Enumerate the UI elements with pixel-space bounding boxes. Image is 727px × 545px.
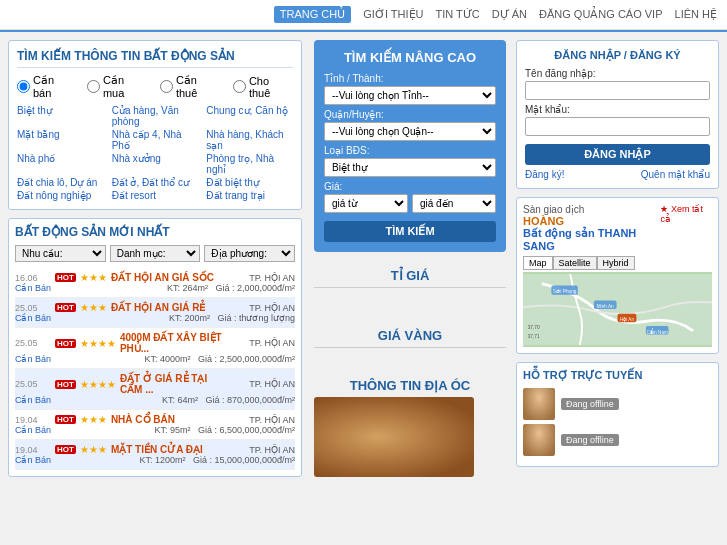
password-label: Mật khẩu: bbox=[525, 104, 710, 115]
username-label: Tên đăng nhập: bbox=[525, 68, 710, 79]
search-links: Biệt thự Cửa hàng, Văn phòng Chung cư, C… bbox=[17, 105, 293, 201]
radio-can-ban[interactable]: Cần bán bbox=[17, 74, 75, 99]
httt-title: HỖ TRỢ TRỰC TUYẾN bbox=[523, 369, 712, 382]
agent-row-2: Đang offline bbox=[523, 424, 712, 456]
table-row: 19.04 HOT ★★★ NHÀ CỔ BÁN TP. HỘI AN Cần … bbox=[15, 410, 295, 440]
login-title: ĐĂNG NHẬP / ĐĂNG KÝ bbox=[525, 49, 710, 62]
filter-dia-phuong[interactable]: Địa phương: bbox=[204, 245, 295, 262]
search-link-biet-thu[interactable]: Biệt thự bbox=[17, 105, 104, 127]
loai-select[interactable]: Biệt thự bbox=[324, 158, 496, 177]
price-row: giá từ giá đến bbox=[324, 194, 496, 213]
radio-can-mua[interactable]: Cần mua bbox=[87, 74, 148, 99]
svg-text:Hội An: Hội An bbox=[620, 317, 635, 322]
bds-title: BẤT ĐỘNG SẢN MỚI NHẤT bbox=[15, 225, 295, 239]
search-link-chung-cu[interactable]: Chung cư, Căn hộ bbox=[206, 105, 293, 127]
ho-tro-truc-tuyen-box: HỖ TRỢ TRỰC TUYẾN Đang offline Đang offl… bbox=[516, 362, 719, 467]
table-row: 25.05 HOT ★★★ ĐẤT HỘI AN GIÁ RẺ TP. HỘI … bbox=[15, 298, 295, 328]
search-link-dat-biet-thu[interactable]: Đất biệt thự bbox=[206, 177, 293, 188]
advanced-search-box: TÌM KIẾM NÂNG CAO Tỉnh / Thành: --Vui lò… bbox=[314, 40, 506, 252]
sgd-header: Sàn giao dịch HOÀNG Bất động sản THANH S… bbox=[523, 204, 712, 252]
search-link-nha-hang[interactable]: Nhà hàng, Khách sạn bbox=[206, 129, 293, 151]
gia-vang-divider bbox=[314, 347, 506, 348]
sgd-xem-tat-ca[interactable]: ★ Xem tất cả bbox=[660, 204, 712, 224]
thong-tin-title: THÔNG TIN ĐỊA ÓC bbox=[314, 378, 506, 393]
agent-avatar-inner-2 bbox=[523, 424, 555, 456]
filter-danh-muc[interactable]: Danh mục: bbox=[110, 245, 201, 262]
login-button[interactable]: ĐĂNG NHẬP bbox=[525, 144, 710, 165]
top-navigation: TRANG CHỦ GIỚI THIỆU TIN TỨC DỰ ÁN ĐĂNG … bbox=[0, 0, 727, 30]
sgd-thanh-sang: Bất động sản THANH SANG bbox=[523, 227, 636, 252]
adv-search-title: TÌM KIẾM NÂNG CAO bbox=[324, 50, 496, 65]
sgd-hoang: HOÀNG bbox=[523, 215, 564, 227]
username-input[interactable] bbox=[525, 81, 710, 100]
ti-gia-divider bbox=[314, 287, 506, 288]
search-link-dat-tho-cu[interactable]: Đất ở, Đất thổ cư bbox=[112, 177, 199, 188]
search-box: TÌM KIẾM THÔNG TIN BẤT ĐỘNG SẢN Cần bán … bbox=[8, 40, 302, 210]
login-links: Đăng ký! Quên mật khẩu bbox=[525, 169, 710, 180]
svg-text:Sơn Phong: Sơn Phong bbox=[553, 289, 577, 294]
loai-label: Loại BĐS: bbox=[324, 145, 496, 156]
sgd-brand: HOÀNG Bất động sản THANH SANG bbox=[523, 215, 660, 252]
agent-status-2: Đang offline bbox=[561, 434, 619, 446]
san-giao-dich-box: Sàn giao dịch HOÀNG Bất động sản THANH S… bbox=[516, 197, 719, 354]
nav-tin-tuc[interactable]: TIN TỨC bbox=[435, 8, 479, 21]
left-column: TÌM KIẾM THÔNG TIN BẤT ĐỘNG SẢN Cần bán … bbox=[0, 32, 310, 491]
tinh-select[interactable]: --Vui lòng chọn Tỉnh-- bbox=[324, 86, 496, 105]
nav-gioi-thieu[interactable]: GIỚI THIỆU bbox=[363, 8, 423, 21]
search-link-mat-bang[interactable]: Mặt bằng bbox=[17, 129, 104, 151]
nav-du-an[interactable]: DỰ ÁN bbox=[492, 8, 527, 21]
quan-select[interactable]: --Vui lòng chọn Quận-- bbox=[324, 122, 496, 141]
bds-section: BẤT ĐỘNG SẢN MỚI NHẤT Nhu cầu: Danh mục:… bbox=[8, 218, 302, 477]
svg-text:37,71: 37,71 bbox=[528, 334, 540, 339]
nav-quang-cao[interactable]: ĐĂNG QUẢNG CÁO VIP bbox=[539, 8, 663, 21]
nav-trang-chu[interactable]: TRANG CHỦ bbox=[274, 6, 351, 23]
nav-lien-he[interactable]: LIÊN HỆ bbox=[675, 8, 717, 21]
radio-can-thue[interactable]: Cần thuê bbox=[160, 74, 221, 99]
search-link-dat-chia-lo[interactable]: Đất chia lô, Dự án bbox=[17, 177, 104, 188]
search-link-nha-pho[interactable]: Nhà phố bbox=[17, 153, 104, 175]
password-input[interactable] bbox=[525, 117, 710, 136]
register-link[interactable]: Đăng ký! bbox=[525, 169, 564, 180]
quan-label: Quận/Huyện: bbox=[324, 109, 496, 120]
svg-text:Minh An: Minh An bbox=[597, 304, 614, 309]
map-tab-hybrid[interactable]: Hybrid bbox=[597, 256, 635, 270]
radio-cho-thue[interactable]: Cho thuê bbox=[233, 74, 293, 99]
filter-nhu-cau[interactable]: Nhu cầu: bbox=[15, 245, 106, 262]
thong-tin-image bbox=[314, 397, 474, 477]
search-link-dat-nong-nghiep[interactable]: Đất nông nghiệp bbox=[17, 190, 104, 201]
agent-status-1: Đang offline bbox=[561, 398, 619, 410]
bds-filter-row: Nhu cầu: Danh mục: Địa phương: bbox=[15, 245, 295, 262]
ti-gia-section: TỈ GIÁ bbox=[314, 268, 506, 292]
sgd-brand-block: Sàn giao dịch HOÀNG Bất động sản THANH S… bbox=[523, 204, 660, 252]
right-column: ĐĂNG NHẬP / ĐĂNG KÝ Tên đăng nhập: Mật k… bbox=[510, 32, 725, 491]
svg-text:37,70: 37,70 bbox=[528, 325, 540, 330]
gia-tu-select[interactable]: giá từ bbox=[324, 194, 408, 213]
search-link-cua-hang[interactable]: Cửa hàng, Văn phòng bbox=[112, 105, 199, 127]
search-link-nha-cap4[interactable]: Nhà cấp 4, Nhà Phố bbox=[112, 129, 199, 151]
search-link-phong-tro[interactable]: Phòng trọ, Nhà nghỉ bbox=[206, 153, 293, 175]
table-row: 19.04 HOT ★★★ MẶT TIỀN CỬA ĐẠI TP. HỘI A… bbox=[15, 440, 295, 470]
agent-row-1: Đang offline bbox=[523, 388, 712, 420]
table-row: 16.06 HOT ★★★ ĐẤT HỘI AN GIÁ SỐC TP. HỘI… bbox=[15, 268, 295, 298]
table-row: 25.05 HOT ★★★★ 4000M ĐẤT XÂY BIỆT PHỦ...… bbox=[15, 328, 295, 369]
gia-label: Giá: bbox=[324, 181, 496, 192]
adv-search-button[interactable]: TÌM KIẾM bbox=[324, 221, 496, 242]
map-image: Sơn Phong Minh An Hội An Cẩm Nam 37,71 3… bbox=[523, 272, 712, 347]
map-tab-map[interactable]: Map bbox=[523, 256, 553, 270]
agent-avatar-1 bbox=[523, 388, 555, 420]
thong-tin-image-inner bbox=[314, 397, 474, 477]
agent-avatar-inner-1 bbox=[523, 388, 555, 420]
search-link-nha-xuong[interactable]: Nhà xưởng bbox=[112, 153, 199, 175]
search-link-dat-trang-trai[interactable]: Đất trang trại bbox=[206, 190, 293, 201]
gia-den-select[interactable]: giá đến bbox=[412, 194, 496, 213]
middle-column: TÌM KIẾM NÂNG CAO Tỉnh / Thành: --Vui lò… bbox=[310, 32, 510, 491]
search-radio-group: Cần bán Cần mua Cần thuê Cho thuê bbox=[17, 74, 293, 99]
search-link-dat-resort[interactable]: Đất resort bbox=[112, 190, 199, 201]
login-box: ĐĂNG NHẬP / ĐĂNG KÝ Tên đăng nhập: Mật k… bbox=[516, 40, 719, 189]
map-tab-satellite[interactable]: Satellite bbox=[553, 256, 597, 270]
gia-vang-title: GIÁ VÀNG bbox=[314, 328, 506, 343]
forgot-password-link[interactable]: Quên mật khẩu bbox=[641, 169, 710, 180]
table-row: 25.05 HOT ★★★★ ĐẤT Ở GIÁ RẺ TẠI CẨM ... … bbox=[15, 369, 295, 410]
tinh-label: Tỉnh / Thành: bbox=[324, 73, 496, 84]
ti-gia-title: TỈ GIÁ bbox=[314, 268, 506, 283]
